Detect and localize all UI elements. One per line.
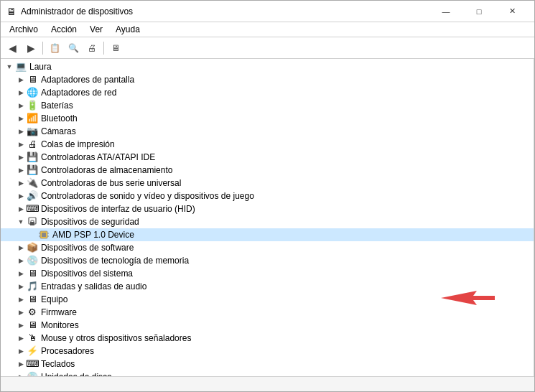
expand-icon[interactable]: ▶ — [15, 294, 27, 305]
minimize-button[interactable]: — — [429, 1, 462, 22]
list-item[interactable]: ▶ 🖥 Equipo — [1, 293, 534, 306]
window-title: Administrador de dispositivos — [21, 6, 133, 17]
root-icon: 💻 — [15, 61, 27, 73]
scan-hardware-button[interactable]: 🖨 — [83, 39, 101, 57]
maximize-button[interactable]: □ — [462, 1, 496, 22]
list-item[interactable]: ▶ ⚡ Procesadores — [1, 345, 534, 358]
list-item[interactable]: ▶ 📷 Cámaras — [1, 125, 534, 138]
list-item[interactable]: ▶ 💿 Unidades de disco — [1, 370, 534, 376]
item-label: Adaptadores de red — [41, 88, 116, 98]
security-chip-icon — [38, 229, 50, 241]
menu-accion[interactable]: Acción — [45, 23, 83, 36]
item-icon: ⌨ — [27, 358, 38, 370]
list-item[interactable]: ▶ 📦 Dispositivos de software — [1, 241, 534, 254]
list-item[interactable]: ▼ Dispositivos de seguridad — [1, 215, 534, 228]
list-item[interactable]: ▶ 🖥 Dispositivos del sistema — [1, 267, 534, 280]
item-icon: 🎵 — [27, 281, 38, 292]
device-tree[interactable]: ▼ 💻 Laura ▶ 🖥 Adaptadores de pantalla ▶ … — [1, 59, 534, 376]
item-icon: 🌐 — [27, 87, 38, 98]
list-item[interactable]: ▶ 💿 Dispositivos de tecnología de memori… — [1, 254, 534, 267]
title-bar: 🖥 Administrador de dispositivos — □ ✕ — [1, 1, 534, 22]
expand-icon[interactable]: ▶ — [15, 151, 27, 163]
item-icon: 🔌 — [27, 177, 38, 189]
properties-button[interactable]: 📋 — [46, 39, 63, 57]
menu-archivo[interactable]: Archivo — [4, 23, 44, 36]
app-icon: 🖥 — [6, 6, 17, 17]
list-item[interactable]: ▶ 🖨 Colas de impresión — [1, 138, 534, 151]
item-label: Dispositivos de software — [41, 243, 134, 253]
toolbar-separator-1 — [42, 42, 43, 55]
list-item[interactable]: ▶ ⌨ Dispositivos de interfaz de usuario … — [1, 202, 534, 215]
expand-icon[interactable]: ▶ — [15, 74, 27, 85]
close-button[interactable]: ✕ — [496, 1, 529, 22]
item-label: Firmware — [41, 307, 77, 317]
expand-icon[interactable]: ▶ — [15, 177, 27, 189]
menu-ayuda[interactable]: Ayuda — [110, 23, 146, 36]
main-content: ▼ 💻 Laura ▶ 🖥 Adaptadores de pantalla ▶ … — [1, 59, 534, 376]
list-item[interactable]: ▶ 🖱 Mouse y otros dispositivos señalador… — [1, 332, 534, 345]
list-item[interactable]: ▶ 🔋 Baterías — [1, 99, 534, 112]
update-driver-button[interactable]: 🔍 — [65, 39, 82, 57]
item-label: Bluetooth — [41, 113, 78, 123]
expand-icon[interactable]: ▶ — [15, 307, 27, 318]
expand-icon[interactable]: ▶ — [15, 164, 27, 176]
root-expand-icon[interactable]: ▼ — [4, 61, 15, 73]
item-label: Controladoras ATA/ATAPI IDE — [41, 152, 155, 162]
expand-icon[interactable]: ▶ — [15, 100, 27, 111]
expand-icon[interactable]: ▶ — [15, 242, 27, 253]
list-item[interactable]: ▶ ⚙ Firmware — [1, 306, 534, 319]
menu-ver[interactable]: Ver — [84, 23, 108, 36]
list-item[interactable]: ▶ 🔌 Controladoras de bus serie universal — [1, 177, 534, 190]
item-icon: 💿 — [27, 255, 38, 266]
expand-icon[interactable]: ▶ — [15, 139, 27, 150]
item-label: Procesadores — [41, 346, 94, 356]
item-label: Mouse y otros dispositivos señaladores — [41, 333, 191, 343]
expand-icon[interactable]: ▶ — [15, 332, 27, 344]
item-icon: 🖥 — [27, 319, 38, 331]
expand-icon[interactable]: ▶ — [15, 281, 27, 292]
expand-icon[interactable]: ▶ — [15, 190, 27, 202]
item-label: Dispositivos del sistema — [41, 269, 133, 279]
tree-root[interactable]: ▼ 💻 Laura — [1, 60, 534, 73]
back-button[interactable]: ◀ — [4, 39, 21, 57]
item-icon: 🖱 — [27, 332, 38, 344]
expand-icon[interactable]: ▶ — [15, 126, 27, 137]
list-item[interactable]: ▶ 🔊 Controladoras de sonido y vídeo y di… — [1, 190, 534, 202]
monitor-button[interactable]: 🖥 — [107, 39, 124, 57]
item-icon: 🖨 — [27, 139, 38, 150]
list-item[interactable]: ▶ 🖥 Adaptadores de pantalla — [1, 73, 534, 86]
item-label: Controladoras de almacenamiento — [41, 165, 172, 175]
list-item[interactable]: ▶ 💾 Controladoras de almacenamiento — [1, 164, 534, 177]
expand-icon[interactable]: ▼ — [15, 216, 27, 228]
list-item[interactable]: ▶ 🎵 Entradas y salidas de audio — [1, 280, 534, 293]
expand-icon[interactable]: ▶ — [15, 268, 27, 279]
item-icon: ⚡ — [27, 345, 38, 357]
expand-icon[interactable]: ▶ — [15, 113, 27, 124]
bluetooth-icon: 📶 — [27, 113, 38, 124]
expand-icon[interactable]: ▶ — [15, 87, 27, 98]
item-icon: 📦 — [27, 242, 38, 253]
item-icon: 🖥 — [27, 294, 38, 305]
list-item[interactable]: ▶ ⌨ Teclados — [1, 358, 534, 370]
forward-button[interactable]: ▶ — [22, 39, 39, 57]
list-item[interactable]: ▶ 🌐 Adaptadores de red — [1, 86, 534, 99]
root-label: Laura — [29, 62, 52, 72]
item-label: Dispositivos de seguridad — [41, 217, 139, 227]
item-label: Cámaras — [41, 126, 76, 136]
list-item[interactable]: ▶ 📶 Bluetooth — [1, 112, 534, 125]
expand-icon[interactable]: ▶ — [15, 371, 27, 376]
expand-icon[interactable]: ▶ — [15, 255, 27, 266]
item-icon: ⚙ — [27, 307, 38, 318]
expand-icon[interactable]: ▶ — [15, 345, 27, 357]
item-label: Controladoras de bus serie universal — [41, 178, 181, 188]
list-item[interactable]: ▶ 🖥 Monitores — [1, 319, 534, 332]
item-icon: 🔋 — [27, 100, 38, 111]
amd-psp-device[interactable]: ▶ AMD PSP 1.0 Device — [1, 228, 534, 241]
list-item[interactable]: ▶ 💾 Controladoras ATA/ATAPI IDE — [1, 151, 534, 164]
item-label: Entradas y salidas de audio — [41, 281, 146, 291]
item-icon: 📷 — [27, 126, 38, 137]
svg-rect-4 — [42, 233, 46, 237]
item-label: Colas de impresión — [41, 139, 115, 149]
expand-icon[interactable]: ▶ — [15, 319, 27, 331]
item-label: Equipo — [41, 294, 68, 304]
